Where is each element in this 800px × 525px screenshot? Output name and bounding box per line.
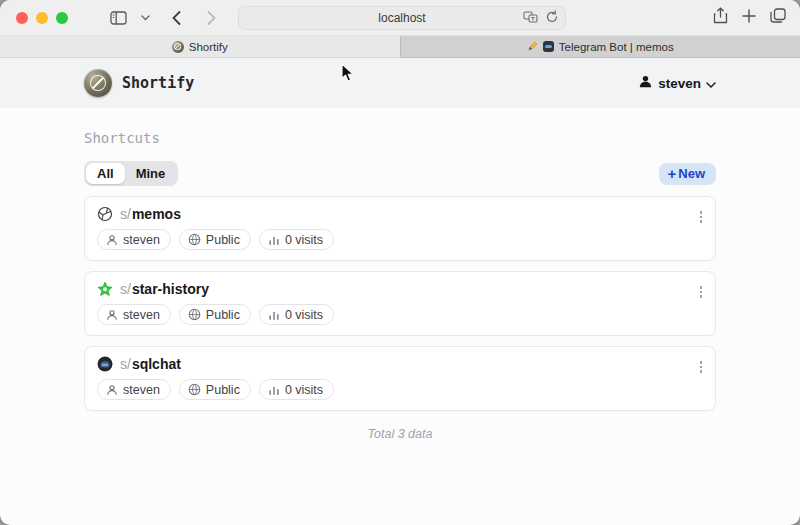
shortcut-name[interactable]: star-history — [132, 281, 209, 297]
user-icon — [638, 74, 653, 93]
shortcut-card[interactable]: s/ memos steven — [84, 196, 716, 261]
section-title: Shortcuts — [84, 130, 716, 146]
creator-badge: steven — [97, 304, 171, 325]
zoom-window-button[interactable] — [56, 12, 68, 24]
translate-icon[interactable] — [523, 9, 539, 27]
shortcut-card[interactable]: s/ star-history steven — [84, 271, 716, 336]
shortcut-name[interactable]: sqlchat — [132, 356, 181, 372]
creator-badge: steven — [97, 229, 171, 250]
back-button[interactable] — [170, 6, 183, 30]
visibility-badge: Public — [179, 304, 251, 325]
chevron-down-icon — [706, 74, 716, 92]
app-header: Shortify steven — [0, 58, 800, 108]
more-actions-icon[interactable] — [697, 358, 706, 376]
filter-segmented-control: All Mine — [84, 161, 178, 186]
filter-all-button[interactable]: All — [86, 163, 125, 184]
share-icon[interactable] — [713, 7, 728, 28]
shortcut-card[interactable]: s/ sqlchat steven — [84, 346, 716, 411]
tab-telegram-bot-memos[interactable]: Telegram Bot | memos — [400, 36, 800, 58]
plus-icon: + — [668, 166, 677, 181]
creator-badge: steven — [97, 379, 171, 400]
browser-window: localhost — [0, 0, 800, 525]
shortcut-prefix: s/ — [120, 281, 131, 297]
tab-shortify[interactable]: Shortify — [0, 36, 400, 58]
filter-mine-button[interactable]: Mine — [125, 163, 177, 184]
total-count-label: Total 3 data — [84, 427, 716, 441]
visibility-badge: Public — [179, 229, 251, 250]
close-window-button[interactable] — [16, 12, 28, 24]
memos-bot-favicon — [543, 41, 554, 52]
more-actions-icon[interactable] — [697, 283, 706, 301]
shortcut-prefix: s/ — [120, 356, 131, 372]
visits-badge: 0 visits — [259, 304, 334, 325]
visits-badge: 0 visits — [259, 229, 334, 250]
tab-bar: Shortify Telegram Bot | memos — [0, 36, 800, 58]
address-url: localhost — [378, 11, 425, 25]
minimize-window-button[interactable] — [36, 12, 48, 24]
more-actions-icon[interactable] — [697, 208, 706, 226]
visibility-badge: Public — [179, 379, 251, 400]
new-shortcut-button[interactable]: + New — [659, 163, 717, 185]
screen: localhost — [0, 0, 800, 525]
green-star-favicon-icon — [97, 281, 113, 297]
address-bar[interactable]: localhost — [238, 6, 566, 30]
forward-button[interactable] — [205, 6, 218, 30]
visits-badge: 0 visits — [259, 379, 334, 400]
new-tab-icon[interactable] — [742, 9, 756, 27]
tab-title: Shortify — [189, 41, 228, 53]
browser-toolbar: localhost — [0, 0, 800, 36]
shortify-favicon — [172, 41, 184, 53]
sidebar-toggle-icon[interactable] — [108, 6, 129, 30]
robot-favicon-icon — [97, 356, 113, 372]
user-name: steven — [658, 76, 701, 91]
brand[interactable]: Shortify — [84, 69, 194, 97]
pencil-icon — [527, 41, 538, 52]
shortcut-prefix: s/ — [120, 206, 131, 222]
window-controls — [16, 12, 68, 24]
shortcut-name[interactable]: memos — [132, 206, 181, 222]
brand-name: Shortify — [122, 74, 194, 92]
user-menu[interactable]: steven — [638, 74, 716, 93]
reload-icon[interactable] — [546, 9, 558, 27]
main-content: Shortcuts All Mine + New — [84, 108, 716, 441]
tab-overview-icon[interactable] — [770, 8, 786, 27]
shortify-logo-icon — [84, 69, 112, 97]
sidebar-chevron-down-icon[interactable] — [139, 6, 152, 30]
tab-title: Telegram Bot | memos — [559, 41, 674, 53]
globe-favicon-icon — [97, 206, 113, 222]
